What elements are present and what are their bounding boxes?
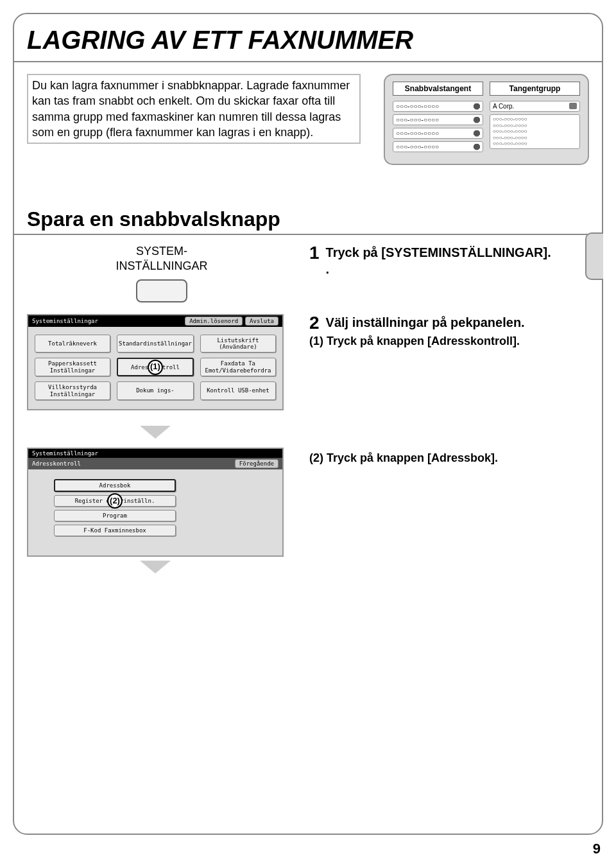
speed-dial-header: Snabbvalstangent [393, 82, 483, 96]
fcode-faxmemorybox-button[interactable]: F-Kod Faxminnesbox [54, 525, 176, 536]
group-member: ○○○-○○○-○○○○ [493, 123, 577, 129]
group-name: A Corp. [493, 103, 514, 110]
system-settings-key[interactable]: SYSTEM- INSTÄLLNINGAR [27, 244, 296, 302]
speed-dial-row: ○○○-○○○-○○○○ [393, 114, 483, 125]
conditional-settings-button[interactable]: Villkorsstyrda Inställningar [35, 381, 110, 400]
paper-tray-settings-button[interactable]: Papperskassett Inställningar [35, 358, 110, 376]
step-3-substep: (2) Tryck på knappen [Adressbok]. [309, 451, 589, 465]
address-book-button[interactable]: Adressbok [54, 479, 176, 492]
group-member: ○○○-○○○-○○○○ [493, 135, 577, 141]
phone-icon [474, 103, 480, 110]
step-number-2: 2 [309, 314, 320, 332]
usb-device-control-button[interactable]: Kontroll USB-enhet [200, 381, 276, 400]
dial-diagram: Snabbvalstangent Tangentgrupp ○○○-○○○-○○… [384, 74, 589, 165]
address-book-label: Adressbok [99, 482, 131, 489]
screen2-subtitle: Adresskontroll [32, 460, 81, 467]
down-arrow-icon [140, 426, 171, 439]
address-control-button[interactable]: Adresskontroll (1) [117, 358, 194, 376]
speed-dial-number: ○○○-○○○-○○○○ [396, 103, 439, 110]
speed-dial-row: ○○○-○○○-○○○○ [393, 128, 483, 139]
phone-icon [474, 117, 480, 123]
group-member: ○○○-○○○-○○○○ [493, 128, 577, 135]
group-member-list: ○○○-○○○-○○○○ ○○○-○○○-○○○○ ○○○-○○○-○○○○ ○… [490, 114, 580, 149]
down-arrow-icon [140, 561, 171, 573]
callout-2-badge: (2) [107, 493, 123, 509]
screen-system-settings: Systeminställningar Admin.lösenord Avslu… [27, 314, 284, 410]
people-icon [569, 103, 577, 109]
register-override-button[interactable]: Register öv arinställn. (2) [54, 495, 176, 507]
exit-button[interactable]: Avsluta [245, 317, 278, 326]
step-2-text: Välj inställningar på pekpanelen. [309, 314, 589, 331]
screen1-title: Systeminställningar [32, 318, 98, 324]
step-number-1: 1 [309, 244, 320, 262]
subtitle-rule [14, 234, 602, 235]
speed-dial-number: ○○○-○○○-○○○○ [396, 130, 439, 137]
phone-icon [474, 130, 480, 137]
document-filing-button[interactable]: Dokum ings- [117, 381, 194, 400]
step-2-substep: (1) Tryck på knappen [Adresskontroll]. [309, 335, 589, 348]
total-counter-button[interactable]: Totalräkneverk [35, 335, 110, 353]
fax-data-receive-forward-button[interactable]: Faxdata Ta Emot/Vidarebefordra [200, 358, 276, 376]
phone-icon [474, 144, 480, 150]
speed-dial-number: ○○○-○○○-○○○○ [396, 143, 439, 150]
group-header: Tangentgrupp [490, 82, 580, 96]
screen-address-control: Systeminställningar Adresskontroll Föreg… [27, 448, 284, 557]
speed-dial-number: ○○○-○○○-○○○○ [396, 116, 439, 123]
callout-1-badge: (1) [148, 360, 163, 375]
group-member: ○○○-○○○-○○○○ [493, 141, 577, 147]
page-title: LAGRING AV ETT FAXNUMMER [27, 26, 602, 55]
key-label: SYSTEM- INSTÄLLNINGAR [27, 244, 296, 274]
step-1-text: Tryck på [SYSTEMINSTÄLLNINGAR]. . [309, 244, 589, 277]
key-cap-icon [136, 279, 187, 302]
section-subtitle: Spara en snabbvalsknapp [27, 207, 602, 231]
speed-dial-row: ○○○-○○○-○○○○ [393, 141, 483, 152]
group-head: A Corp. [490, 101, 580, 112]
group-member: ○○○-○○○-○○○○ [493, 116, 577, 123]
section-tab-icon [585, 232, 603, 280]
page-number: 9 [593, 841, 601, 857]
screen2-title: Systeminställningar [32, 450, 98, 457]
admin-password-button[interactable]: Admin.lösenord [185, 317, 243, 326]
back-button[interactable]: Föregående [235, 459, 278, 468]
intro-paragraph: Du kan lagra faxnummer i snabbknappar. L… [27, 74, 361, 144]
default-settings-button[interactable]: Standardinställningar [117, 335, 194, 353]
list-print-user-button[interactable]: Listutskrift (Användare) [200, 335, 276, 353]
program-button[interactable]: Program [54, 510, 176, 521]
speed-dial-row: ○○○-○○○-○○○○ [393, 101, 483, 112]
